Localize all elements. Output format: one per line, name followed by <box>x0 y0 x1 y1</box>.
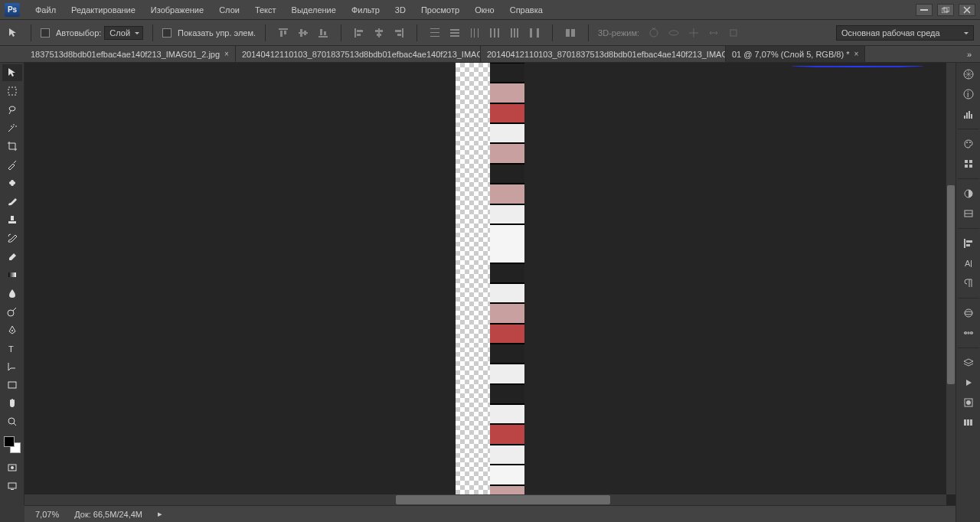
layers-panel-icon[interactable] <box>959 354 978 371</box>
shape-tool[interactable] <box>2 377 22 393</box>
align-vcenter-icon[interactable] <box>295 24 312 41</box>
measure-panel-icon[interactable] <box>959 325 978 341</box>
app-logo: Ps <box>5 3 20 17</box>
brush-tool[interactable] <box>2 193 22 210</box>
menu-window[interactable]: Окно <box>467 0 502 20</box>
autoselect-checkbox[interactable] <box>41 28 50 38</box>
blur-tool[interactable] <box>2 285 22 302</box>
close-button[interactable] <box>959 4 975 16</box>
zoom-value[interactable]: 7,07% <box>35 510 59 519</box>
scrollbar-thumb[interactable] <box>947 185 955 384</box>
dist-hc-icon[interactable] <box>506 24 523 41</box>
status-arrow-icon[interactable]: ▸ <box>158 509 162 519</box>
dist-bot-icon[interactable] <box>466 24 483 41</box>
styles-panel-icon[interactable] <box>959 205 978 222</box>
align-panel-icon[interactable] <box>959 235 978 252</box>
align-left-icon[interactable] <box>351 24 368 41</box>
dodge-tool[interactable] <box>2 303 22 320</box>
dist-left-icon[interactable] <box>486 24 503 41</box>
heal-tool[interactable] <box>2 175 22 191</box>
autoselect-dropdown[interactable]: Слой <box>104 26 143 40</box>
menu-file[interactable]: Файл <box>28 0 64 20</box>
svg-rect-3 <box>279 28 288 30</box>
svg-point-40 <box>650 29 658 37</box>
dist-top-icon[interactable] <box>426 24 443 41</box>
scrollbar-vertical[interactable] <box>946 63 956 494</box>
minimize-button[interactable] <box>916 4 933 16</box>
move-tool[interactable] <box>2 64 22 81</box>
info-panel-icon[interactable]: i <box>959 86 978 103</box>
adjustments-panel-icon[interactable] <box>959 185 978 202</box>
compass-icon[interactable] <box>959 66 978 83</box>
history-brush-tool[interactable] <box>2 230 22 246</box>
color-swatches[interactable] <box>4 436 21 453</box>
tab-3[interactable]: 20140412110103_8701837513d8bdb01efbac4ae… <box>481 46 726 62</box>
3d-scale-icon[interactable] <box>725 24 742 41</box>
foreground-color[interactable] <box>4 436 15 447</box>
show-controls-checkbox[interactable] <box>162 28 172 38</box>
tabs-overflow[interactable]: » <box>959 46 980 62</box>
align-bottom-icon[interactable] <box>315 24 332 41</box>
3d-roll-icon[interactable] <box>665 24 682 41</box>
svg-text:i: i <box>967 90 969 99</box>
gradient-tool[interactable] <box>2 266 22 283</box>
swatches-panel-icon[interactable] <box>959 155 978 172</box>
menu-view[interactable]: Просмотр <box>413 0 467 20</box>
path-tool[interactable] <box>2 358 22 375</box>
auto-align-icon[interactable] <box>562 24 579 41</box>
doc-info[interactable]: Док: 66,5M/24,4M <box>74 510 142 519</box>
pen-tool[interactable] <box>2 321 22 338</box>
paragraph-panel-icon[interactable] <box>959 275 978 292</box>
play-icon[interactable] <box>959 374 978 391</box>
marquee-tool[interactable] <box>2 83 22 100</box>
hand-tool[interactable] <box>2 395 22 412</box>
3d-panel-icon[interactable] <box>959 305 978 321</box>
paths-panel-icon[interactable] <box>959 414 978 431</box>
histogram-icon[interactable] <box>959 106 978 122</box>
color-panel-icon[interactable] <box>959 135 978 152</box>
menu-edit[interactable]: Редактирование <box>64 0 143 20</box>
channels-panel-icon[interactable] <box>959 394 978 411</box>
stamp-tool[interactable] <box>2 211 22 228</box>
character-panel-icon[interactable]: A <box>959 255 978 272</box>
frame <box>490 325 524 343</box>
svg-rect-82 <box>964 419 966 426</box>
align-top-icon[interactable] <box>275 24 292 41</box>
eyedropper-tool[interactable] <box>2 156 22 173</box>
menu-help[interactable]: Справка <box>502 0 550 20</box>
close-icon[interactable]: × <box>224 50 229 58</box>
3d-pan-icon[interactable] <box>685 24 702 41</box>
align-right-icon[interactable] <box>390 24 407 41</box>
menu-layers[interactable]: Слои <box>211 0 247 20</box>
tab-2[interactable]: 20140412110103_8701837513d8bdb01efbac4ae… <box>236 46 481 62</box>
menu-text[interactable]: Текст <box>247 0 284 20</box>
3d-rotate-icon[interactable] <box>645 24 662 41</box>
dist-right-icon[interactable] <box>526 24 543 41</box>
svg-rect-84 <box>970 419 972 426</box>
menu-image[interactable]: Изображение <box>143 0 211 20</box>
crop-tool[interactable] <box>2 138 22 155</box>
lasso-tool[interactable] <box>2 101 22 118</box>
menu-filter[interactable]: Фильтр <box>344 0 387 20</box>
zoom-tool[interactable] <box>2 413 22 430</box>
screenmode-tool[interactable] <box>2 478 22 494</box>
canvas[interactable] <box>456 63 524 505</box>
eraser-tool[interactable] <box>2 248 22 265</box>
wand-tool[interactable] <box>2 119 22 136</box>
align-hcenter-icon[interactable] <box>371 24 387 41</box>
menu-select[interactable]: Выделение <box>284 0 344 20</box>
dist-vc-icon[interactable] <box>446 24 463 41</box>
workspace-selector[interactable]: Основная рабочая среда <box>836 25 974 41</box>
3d-slide-icon[interactable] <box>705 24 722 41</box>
quickmask-tool[interactable] <box>2 459 22 476</box>
type-tool[interactable]: T <box>2 340 22 357</box>
tab-4[interactable]: 01 @ 7,07% (Слой 5, RGB/8) *× <box>726 46 865 62</box>
scrollbar-thumb[interactable] <box>396 495 610 504</box>
close-icon[interactable]: × <box>854 50 858 58</box>
svg-rect-8 <box>304 31 306 35</box>
restore-button[interactable] <box>937 4 954 16</box>
menu-3d[interactable]: 3D <box>387 0 413 20</box>
scrollbar-horizontal[interactable] <box>24 494 946 505</box>
tab-1[interactable]: 1837513d8bdb01efbac4ae140f213_IMAG01_2.j… <box>24 46 236 62</box>
svg-rect-34 <box>514 28 515 38</box>
